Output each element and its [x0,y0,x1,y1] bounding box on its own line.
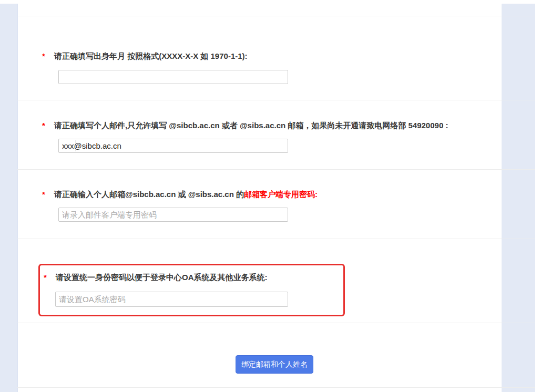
oa-password-input[interactable] [55,292,288,307]
bind-email-and-name-button[interactable]: 绑定邮箱和个人姓名 [236,355,313,374]
email-field-label: 请正确填写个人邮件,只允许填写 @sibcb.ac.cn 或者 @sibs.ac… [54,121,448,131]
text-caret [76,140,76,151]
account-binding-form-page: * 请正确填写出身年月 按照格式(XXXX-X-X 如 1970-1-1): *… [0,0,541,392]
oa-password-label: 请设置统一身份密码以便于登录中心OA系统及其他业务系统: [56,273,268,283]
right-accent-strip [502,4,535,392]
separator-line [17,169,535,170]
birthdate-input[interactable] [58,70,288,84]
mail-client-password-label-row: * 请正确输入个人邮箱@sibcb.ac.cn 或 @sibs.ac.cn 的邮… [42,190,318,200]
oa-password-highlight-box [38,264,345,316]
mail-client-password-label: 请正确输入个人邮箱@sibcb.ac.cn 或 @sibs.ac.cn 的邮箱客… [54,190,318,200]
birthdate-field-label-row: * 请正确填写出身年月 按照格式(XXXX-X-X 如 1970-1-1): [42,51,248,61]
required-asterisk: * [42,51,54,60]
mail-client-password-label-highlight: 邮箱客户端专用密码: [244,190,318,199]
separator-line [17,323,535,323]
oa-password-label-row: * 请设置统一身份密码以便于登录中心OA系统及其他业务系统: [44,273,268,283]
email-field-label-row: * 请正确填写个人邮件,只允许填写 @sibcb.ac.cn 或者 @sibs.… [42,121,448,131]
required-asterisk: * [42,190,54,199]
required-asterisk: * [42,121,54,130]
separator-line [17,100,535,100]
birthdate-field-label: 请正确填写出身年月 按照格式(XXXX-X-X 如 1970-1-1): [54,51,248,61]
email-input[interactable] [58,139,288,153]
mail-client-password-input[interactable] [58,208,288,222]
separator-line [17,16,535,16]
separator-line [17,387,535,388]
mail-client-password-label-prefix: 请正确输入个人邮箱@sibcb.ac.cn 或 @sibs.ac.cn 的 [54,190,244,199]
separator-line [17,239,535,239]
required-asterisk: * [44,273,56,282]
left-accent-strip [0,4,18,392]
